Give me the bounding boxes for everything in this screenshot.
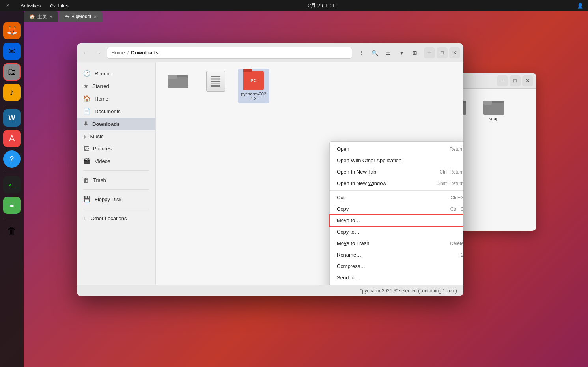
sidebar-item-trash[interactable]: 🗑 Trash <box>77 174 155 186</box>
dock-icon-help[interactable]: ? <box>3 150 21 168</box>
tab-home[interactable]: 🏠 主页 ✕ <box>24 11 58 22</box>
dock-icon-notes[interactable]: ≡ <box>3 197 21 214</box>
ctx-open-terminal[interactable]: Open in Terminal <box>330 283 463 285</box>
sidebar-item-recent[interactable]: 🕐 Recent <box>77 67 155 80</box>
dock-icon-trash[interactable]: 🗑 <box>3 222 21 240</box>
sidebar-item-starred-label: Starred <box>92 83 109 89</box>
floppy-icon: 💾 <box>83 196 91 203</box>
tab-bigmodel-icon: 🗁 <box>64 14 69 19</box>
back-minimize-button[interactable]: ─ <box>497 75 508 86</box>
sidebar-item-floppy[interactable]: 💾 Floppy Disk <box>77 193 155 206</box>
back-folder-snap[interactable]: snap <box>478 95 510 124</box>
tab-bigmodel[interactable]: 🗁 BigModel ✕ <box>59 11 102 22</box>
ctx-cut-shortcut: Ctrl+X <box>450 195 463 200</box>
fm-header: ← → Home / Downloads ⋮ 🔍 ☰ ▾ ⊞ ─ □ ✕ <box>77 43 463 62</box>
sidebar-separator-2 <box>83 189 149 190</box>
sidebar-separator-1 <box>83 170 149 171</box>
file-grid: PC pycharm-2021.3 <box>162 69 457 103</box>
ctx-rename[interactable]: Rename… F2 <box>330 249 463 260</box>
sidebar-item-documents[interactable]: 📄 Documents <box>77 105 155 118</box>
svg-rect-5 <box>483 101 492 105</box>
close-button[interactable]: ✕ <box>449 47 460 58</box>
svg-rect-7 <box>168 77 188 88</box>
taskbar-right: 👤 <box>572 3 588 9</box>
recent-icon: 🕐 <box>83 70 91 77</box>
file-item-archive[interactable] <box>200 69 231 103</box>
user-icon: 👤 <box>577 3 583 9</box>
tab-bigmodel-close[interactable]: ✕ <box>93 15 97 19</box>
back-button[interactable]: ← <box>80 47 91 58</box>
ctx-move-to-label: Move to… <box>337 217 360 223</box>
dock-icon-writer[interactable]: W <box>3 109 21 127</box>
svg-rect-4 <box>483 103 504 115</box>
address-separator: / <box>127 50 129 56</box>
sidebar-item-pictures[interactable]: 🖼 Pictures <box>77 142 155 155</box>
list-view-button[interactable]: ☰ <box>382 47 394 59</box>
application-dock: 🦊 ✉ 🗂 ♪ W A ? >_ ≡ 🗑 <box>0 0 24 367</box>
sidebar-item-music[interactable]: ♪ Music <box>77 130 155 142</box>
status-bar: "pycharm-2021.3" selected (containing 1 … <box>77 285 463 296</box>
sidebar-item-downloads[interactable]: ⬇ Downloads <box>77 118 155 130</box>
ctx-open[interactable]: Open Return <box>330 143 463 155</box>
dock-icon-thunderbird[interactable]: ✉ <box>3 43 21 60</box>
close-button[interactable]: ✕ <box>0 0 16 11</box>
sidebar-item-other-locations[interactable]: + Other Locations <box>77 212 155 225</box>
ctx-open-window[interactable]: Open In New Window Shift+Return <box>330 178 463 189</box>
ctx-open-label: Open <box>337 146 349 152</box>
ctx-move-to[interactable]: Move to… <box>330 215 463 226</box>
tab-home-icon: 🏠 <box>29 14 35 19</box>
grid-view-button[interactable]: ⊞ <box>409 47 421 59</box>
ctx-open-shortcut: Return <box>450 146 463 152</box>
back-close-button[interactable]: ✕ <box>522 75 533 86</box>
tab-home-close[interactable]: ✕ <box>49 15 52 19</box>
sidebar-item-videos-label: Videos <box>95 158 110 164</box>
ctx-open-tab[interactable]: Open In New Tab Ctrl+Return <box>330 166 463 178</box>
address-bar[interactable]: Home / Downloads <box>107 47 352 59</box>
dock-separator-3 <box>5 218 19 218</box>
dock-icon-files[interactable]: 🗂 <box>3 63 21 81</box>
dock-icon-rhythmbox[interactable]: ♪ <box>3 84 21 101</box>
dock-icon-appstore[interactable]: A <box>3 130 21 147</box>
dock-icon-terminal[interactable]: >_ <box>3 176 21 193</box>
ctx-open-with-label: Open With Other Application <box>337 157 401 163</box>
forward-button[interactable]: → <box>93 47 104 58</box>
ctx-copy-to-label: Copy to… <box>337 229 360 235</box>
tabs-bar: 🏠 主页 ✕ 🗁 BigModel ✕ <box>24 11 103 22</box>
search-button[interactable]: 🔍 <box>369 47 381 59</box>
sidebar-item-starred[interactable]: ★ Starred <box>77 80 155 92</box>
activities-button[interactable]: Activities <box>16 0 45 11</box>
file-item-pycharm[interactable]: PC pycharm-2021.3 <box>238 69 269 103</box>
content-area[interactable]: PC pycharm-2021.3 Open Return Open With … <box>156 62 463 285</box>
status-text: "pycharm-2021.3" selected (containing 1 … <box>360 288 457 294</box>
ctx-compress[interactable]: Compress… <box>330 260 463 272</box>
folder-icon-snap <box>483 97 504 115</box>
dock-icon-firefox[interactable]: 🦊 <box>3 22 21 39</box>
sidebar-item-videos[interactable]: 🎬 Videos <box>77 155 155 167</box>
ctx-rename-label: Rename… <box>337 252 361 258</box>
trash-icon: 🗑 <box>83 177 89 184</box>
ctx-send-to[interactable]: Send to… <box>330 272 463 283</box>
ctx-copy-to[interactable]: Copy to… <box>330 226 463 238</box>
address-current: Downloads <box>131 50 158 56</box>
files-menu[interactable]: 🗁 Files <box>45 3 73 9</box>
files-folder-icon: 🗁 <box>50 3 55 9</box>
minimize-button[interactable]: ─ <box>424 47 435 58</box>
sidebar-item-home[interactable]: 🏠 Home <box>77 92 155 105</box>
ctx-move-trash[interactable]: Move to Trash Delete <box>330 238 463 249</box>
maximize-button[interactable]: □ <box>437 47 448 58</box>
back-maximize-button[interactable]: □ <box>510 75 521 86</box>
ctx-copy[interactable]: Copy Ctrl+C <box>330 203 463 215</box>
view-toggle-button[interactable]: ▾ <box>396 47 407 59</box>
pictures-icon: 🖼 <box>83 145 89 152</box>
ctx-cut[interactable]: Cut Ctrl+X <box>330 192 463 203</box>
file-item-folder1[interactable] <box>162 69 194 103</box>
sidebar: 🕐 Recent ★ Starred 🏠 Home 📄 Documents ⬇ … <box>77 62 156 285</box>
ctx-compress-label: Compress… <box>337 263 365 269</box>
other-locations-icon: + <box>83 215 87 222</box>
downloads-icon: ⬇ <box>83 120 88 127</box>
menu-dots-button[interactable]: ⋮ <box>355 47 367 59</box>
address-home[interactable]: Home <box>111 50 125 56</box>
sidebar-separator-3 <box>83 209 149 209</box>
ctx-open-with[interactable]: Open With Other Application <box>330 155 463 166</box>
starred-icon: ★ <box>83 82 88 90</box>
